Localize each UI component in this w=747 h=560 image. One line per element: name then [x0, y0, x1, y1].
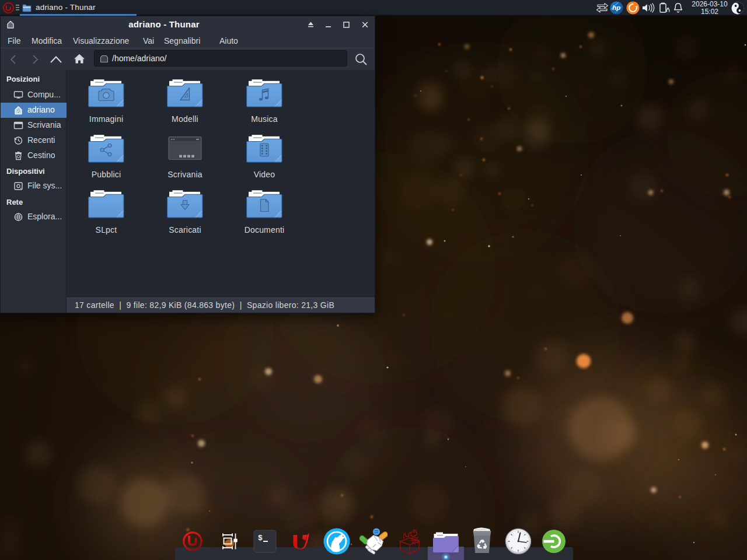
svg-text:$: $: [258, 534, 263, 542]
svg-text:hp: hp: [612, 4, 620, 11]
